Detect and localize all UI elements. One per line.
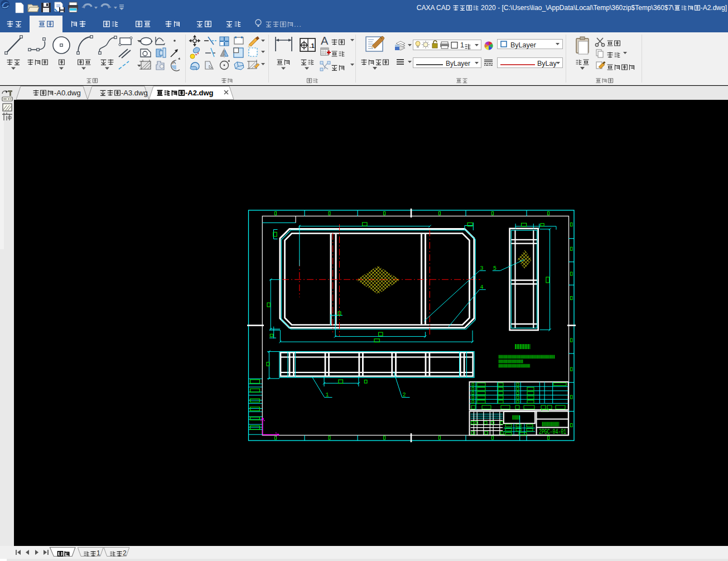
svg-text:2: 2	[403, 392, 406, 398]
svg-text:2PGC-04-01: 2PGC-04-01	[539, 428, 566, 436]
svg-text:3: 3	[480, 265, 484, 272]
svg-text:5: 5	[493, 265, 496, 272]
svg-text:4: 4	[480, 284, 484, 291]
svg-text:1: 1	[326, 392, 329, 398]
